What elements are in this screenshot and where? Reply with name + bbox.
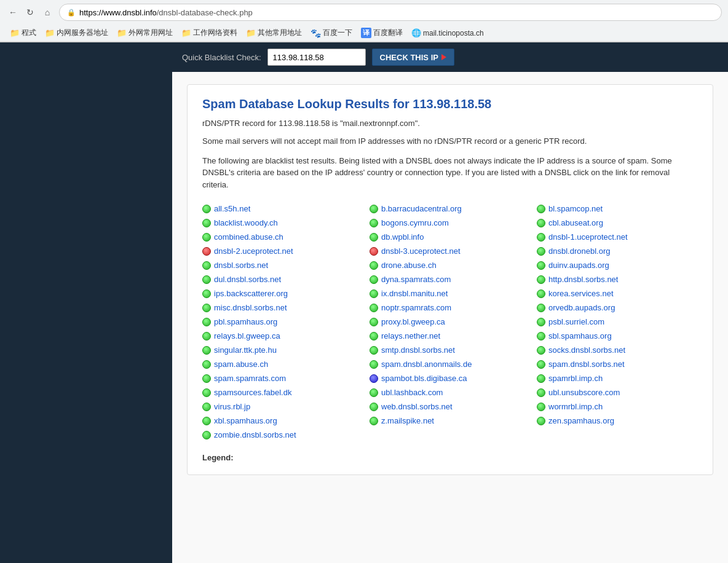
dnsbl-link[interactable]: relays.bl.gweep.ca [214,331,280,341]
browser-nav-icons: ← ↻ ⌂ [6,6,54,19]
dnsbl-link[interactable]: ix.dnsbl.manitu.net [381,289,448,298]
ip-input[interactable] [267,49,366,66]
dnsbl-item: ubl.unsubscore.com [537,387,698,398]
dnsbl-item: bogons.cymru.com [370,217,531,229]
bookmark-label: 程式 [22,28,36,38]
dnsbl-link[interactable]: http.dnsbl.sorbs.net [548,275,618,284]
top-bar: Quick Blacklist Check: CHECK THIS IP [172,42,728,72]
dnsbl-link[interactable]: sbl.spamhaus.org [548,331,612,341]
dnsbl-item: cbl.abuseat.org [537,217,698,229]
bookmark-label: mail.ticinoposta.ch [423,29,484,37]
dnsbl-item: spamsources.fabel.dk [202,387,363,398]
status-dot-green [370,304,378,312]
dnsbl-link[interactable]: bogons.cymru.com [381,218,449,227]
dnsbl-link[interactable]: socks.dnsbl.sorbs.net [548,345,625,355]
dnsbl-item: web.dnsbl.sorbs.net [370,401,531,412]
dnsbl-link[interactable]: zombie.dnsbl.sorbs.net [214,430,296,439]
dnsbl-link[interactable]: spambot.bls.digibase.ca [381,374,467,383]
dnsbl-item: zombie.dnsbl.sorbs.net [202,429,363,441]
browser-toolbar: ← ↻ ⌂ 🔒 https://www.dnsbl.info/dnsbl-dat… [0,0,728,25]
dnsbl-link[interactable]: zen.spamhaus.org [548,416,614,425]
dnsbl-link[interactable]: dnsbl-1.uceprotect.net [548,232,628,242]
dnsbl-item: z.mailspike.net [370,415,531,427]
dnsbl-link[interactable]: relays.nether.net [381,331,440,341]
dnsbl-link[interactable]: virus.rbl.jp [214,402,250,411]
dnsbl-link[interactable]: dul.dnsbl.sorbs.net [214,275,281,284]
status-dot-green [202,318,211,326]
bookmark-item-mail[interactable]: 🌐 mail.ticinoposta.ch [408,27,488,39]
dnsbl-link[interactable]: dnsbl-3.uceprotect.net [381,246,461,256]
dnsbl-link[interactable]: psbl.surriel.com [548,317,604,326]
dnsbl-item: misc.dnsbl.sorbs.net [202,302,363,313]
dnsbl-link[interactable]: b.barracudacentral.org [381,204,462,213]
dnsbl-link[interactable]: combined.abuse.ch [214,232,283,242]
check-this-ip-button[interactable]: CHECK THIS IP [372,49,454,66]
status-dot-green [202,346,211,355]
dnsbl-link[interactable]: cbl.abuseat.org [548,218,603,227]
dnsbl-link[interactable]: orvedb.aupads.org [548,303,615,312]
quick-check-label: Quick Blacklist Check: [182,53,261,62]
dnsbl-link[interactable]: bl.spamcop.net [548,204,603,213]
status-dot-green [370,403,378,411]
status-dot-green [537,360,545,369]
dnsbl-link[interactable]: blacklist.woody.ch [214,218,278,227]
play-icon [441,54,446,60]
dnsbl-item: xbl.spamhaus.org [202,415,363,427]
dnsbl-link[interactable]: drone.abuse.ch [381,261,437,270]
status-dot-green [537,304,545,312]
dnsbl-item: korea.services.net [537,288,698,299]
home-button[interactable]: ⌂ [41,6,54,19]
dnsbl-link[interactable]: misc.dnsbl.sorbs.net [214,303,287,312]
dnsbl-link[interactable]: spam.dnsbl.sorbs.net [548,360,625,369]
address-bar[interactable]: 🔒 https://www.dnsbl.info/dnsbl-database-… [59,4,722,21]
dnsbl-link[interactable]: ubl.unsubscore.com [548,388,620,397]
dnsbl-item: blacklist.woody.ch [202,217,363,229]
bookmark-item-intranet[interactable]: 📁 内网服务器地址 [41,26,112,39]
dnsbl-item: spambot.bls.digibase.ca [370,372,531,384]
bookmark-label: 外网常用网址 [129,28,173,38]
dnsbl-item: dnsbl.dronebl.org [537,245,698,257]
dnsbl-link[interactable]: spam.abuse.ch [214,360,268,369]
dnsbl-link[interactable]: noptr.spamrats.com [381,303,451,312]
dnsbl-link[interactable]: spam.spamrats.com [214,374,286,383]
dnsbl-item: spam.dnsbl.anonmails.de [370,358,531,370]
dnsbl-link[interactable]: pbl.spamhaus.org [214,317,277,326]
dnsbl-link[interactable]: z.mailspike.net [381,416,434,425]
bookmark-item-work[interactable]: 📁 工作网络资料 [178,26,241,39]
bookmark-item-other[interactable]: 📁 其他常用地址 [242,26,306,39]
dnsbl-link[interactable]: korea.services.net [548,289,614,298]
status-dot-green [202,275,211,284]
dnsbl-link[interactable]: spamrbl.imp.ch [548,374,603,383]
main-content: Quick Blacklist Check: CHECK THIS IP Spa… [172,42,728,563]
status-dot-green [202,304,211,312]
reload-button[interactable]: ↻ [23,6,37,19]
status-dot-green [202,403,211,411]
status-dot-green [202,332,211,341]
dnsbl-link[interactable]: wormrbl.imp.ch [548,402,603,411]
back-button[interactable]: ← [6,6,20,19]
dnsbl-link[interactable]: duinv.aupads.org [548,261,609,270]
dnsbl-link[interactable]: singular.ttk.pte.hu [214,345,277,355]
dnsbl-link[interactable]: smtp.dnsbl.sorbs.net [381,345,455,355]
url-display: https://www.dnsbl.info/dnsbl-database-ch… [79,8,253,17]
dnsbl-link[interactable]: dnsbl.dronebl.org [548,246,610,256]
bookmark-item-baidu[interactable]: 🐾 百度一下 [307,26,356,39]
dnsbl-link[interactable]: spam.dnsbl.anonmails.de [381,360,472,369]
dnsbl-link[interactable]: dnsbl-2.uceprotect.net [214,246,293,256]
dnsbl-link[interactable]: all.s5h.net [214,204,250,213]
bookmark-item-chengshi[interactable]: 📁 程式 [6,26,40,39]
dnsbl-link[interactable]: xbl.spamhaus.org [214,416,277,425]
bookmark-item-extranet[interactable]: 📁 外网常用网址 [113,26,176,39]
bookmark-item-translate[interactable]: 译 百度翻译 [357,26,406,39]
dnsbl-link[interactable]: proxy.bl.gweep.ca [381,317,445,326]
dnsbl-link[interactable]: web.dnsbl.sorbs.net [381,402,453,411]
status-dot-green [370,205,378,213]
dnsbl-item: dul.dnsbl.sorbs.net [202,274,363,285]
dnsbl-link[interactable]: dyna.spamrats.com [381,275,451,284]
dnsbl-link[interactable]: db.wpbl.info [381,232,424,242]
dnsbl-link[interactable]: dnsbl.sorbs.net [214,261,268,270]
dnsbl-link[interactable]: ips.backscatterer.org [214,289,288,298]
dnsbl-link[interactable]: spamsources.fabel.dk [214,388,291,397]
dnsbl-link[interactable]: ubl.lashback.com [381,388,443,397]
status-dot-green [202,261,211,270]
